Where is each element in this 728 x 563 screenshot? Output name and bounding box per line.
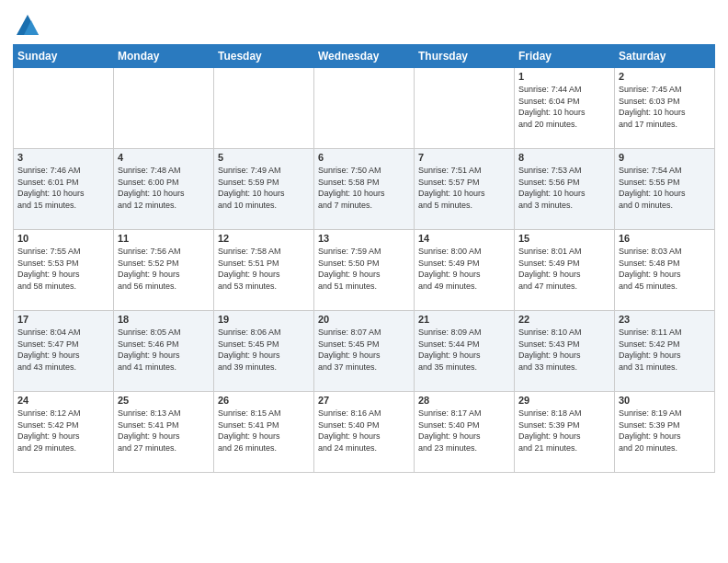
day-number: 16	[619, 233, 711, 244]
day-info: Sunrise: 8:13 AM Sunset: 5:41 PM Dayligh…	[118, 408, 210, 454]
day-cell: 17Sunrise: 8:04 AM Sunset: 5:47 PM Dayli…	[14, 311, 114, 392]
day-number: 12	[218, 233, 310, 244]
weekday-header-sunday: Sunday	[14, 45, 114, 68]
day-cell	[114, 68, 214, 149]
day-number: 8	[518, 152, 610, 163]
day-number: 14	[418, 233, 510, 244]
weekday-header-friday: Friday	[515, 45, 615, 68]
day-cell: 24Sunrise: 8:12 AM Sunset: 5:42 PM Dayli…	[14, 392, 114, 473]
day-cell: 21Sunrise: 8:09 AM Sunset: 5:44 PM Dayli…	[415, 311, 515, 392]
day-cell: 14Sunrise: 8:00 AM Sunset: 5:49 PM Dayli…	[415, 230, 515, 311]
day-number: 19	[218, 314, 310, 325]
logo-icon	[15, 13, 40, 39]
day-number: 6	[318, 152, 410, 163]
day-cell: 5Sunrise: 7:49 AM Sunset: 5:59 PM Daylig…	[214, 149, 314, 230]
day-number: 17	[17, 314, 109, 325]
day-number: 5	[218, 152, 310, 163]
day-info: Sunrise: 8:06 AM Sunset: 5:45 PM Dayligh…	[218, 327, 310, 373]
weekday-header-monday: Monday	[114, 45, 214, 68]
day-cell	[14, 68, 114, 149]
weekday-header-row: SundayMondayTuesdayWednesdayThursdayFrid…	[14, 45, 715, 68]
day-number: 22	[518, 314, 610, 325]
day-info: Sunrise: 7:55 AM Sunset: 5:53 PM Dayligh…	[17, 246, 109, 292]
day-number: 28	[418, 395, 510, 406]
day-number: 9	[619, 152, 711, 163]
day-info: Sunrise: 8:11 AM Sunset: 5:42 PM Dayligh…	[619, 327, 711, 373]
day-number: 26	[218, 395, 310, 406]
day-info: Sunrise: 8:00 AM Sunset: 5:49 PM Dayligh…	[418, 246, 510, 292]
day-info: Sunrise: 8:05 AM Sunset: 5:46 PM Dayligh…	[118, 327, 210, 373]
day-info: Sunrise: 7:49 AM Sunset: 5:59 PM Dayligh…	[218, 165, 310, 211]
day-cell: 1Sunrise: 7:44 AM Sunset: 6:04 PM Daylig…	[515, 68, 615, 149]
day-number: 23	[619, 314, 711, 325]
day-info: Sunrise: 8:15 AM Sunset: 5:41 PM Dayligh…	[218, 408, 310, 454]
week-row-3: 10Sunrise: 7:55 AM Sunset: 5:53 PM Dayli…	[14, 230, 715, 311]
week-row-5: 24Sunrise: 8:12 AM Sunset: 5:42 PM Dayli…	[14, 392, 715, 473]
day-cell: 27Sunrise: 8:16 AM Sunset: 5:40 PM Dayli…	[314, 392, 415, 473]
logo	[13, 13, 40, 39]
day-info: Sunrise: 8:10 AM Sunset: 5:43 PM Dayligh…	[518, 327, 610, 373]
week-row-4: 17Sunrise: 8:04 AM Sunset: 5:47 PM Dayli…	[14, 311, 715, 392]
day-number: 15	[518, 233, 610, 244]
day-number: 30	[619, 395, 711, 406]
day-number: 1	[518, 71, 610, 82]
day-info: Sunrise: 7:56 AM Sunset: 5:52 PM Dayligh…	[118, 246, 210, 292]
day-cell: 25Sunrise: 8:13 AM Sunset: 5:41 PM Dayli…	[114, 392, 214, 473]
header	[13, 9, 715, 39]
weekday-header-tuesday: Tuesday	[214, 45, 314, 68]
day-cell: 13Sunrise: 7:59 AM Sunset: 5:50 PM Dayli…	[314, 230, 415, 311]
day-info: Sunrise: 8:19 AM Sunset: 5:39 PM Dayligh…	[619, 408, 711, 454]
day-number: 27	[318, 395, 410, 406]
day-info: Sunrise: 8:16 AM Sunset: 5:40 PM Dayligh…	[318, 408, 410, 454]
calendar: SundayMondayTuesdayWednesdayThursdayFrid…	[13, 44, 715, 473]
day-cell: 2Sunrise: 7:45 AM Sunset: 6:03 PM Daylig…	[615, 68, 715, 149]
day-cell: 11Sunrise: 7:56 AM Sunset: 5:52 PM Dayli…	[114, 230, 214, 311]
page: SundayMondayTuesdayWednesdayThursdayFrid…	[0, 0, 728, 478]
day-cell: 9Sunrise: 7:54 AM Sunset: 5:55 PM Daylig…	[615, 149, 715, 230]
day-info: Sunrise: 8:04 AM Sunset: 5:47 PM Dayligh…	[17, 327, 109, 373]
day-info: Sunrise: 7:45 AM Sunset: 6:03 PM Dayligh…	[619, 84, 711, 130]
day-number: 25	[118, 395, 210, 406]
day-number: 21	[418, 314, 510, 325]
day-cell: 12Sunrise: 7:58 AM Sunset: 5:51 PM Dayli…	[214, 230, 314, 311]
day-cell	[314, 68, 415, 149]
day-info: Sunrise: 7:59 AM Sunset: 5:50 PM Dayligh…	[318, 246, 410, 292]
day-cell: 29Sunrise: 8:18 AM Sunset: 5:39 PM Dayli…	[515, 392, 615, 473]
day-cell: 6Sunrise: 7:50 AM Sunset: 5:58 PM Daylig…	[314, 149, 415, 230]
day-number: 3	[17, 152, 109, 163]
day-number: 24	[17, 395, 109, 406]
day-number: 4	[118, 152, 210, 163]
day-cell	[214, 68, 314, 149]
day-cell: 18Sunrise: 8:05 AM Sunset: 5:46 PM Dayli…	[114, 311, 214, 392]
day-number: 29	[518, 395, 610, 406]
day-cell: 15Sunrise: 8:01 AM Sunset: 5:49 PM Dayli…	[515, 230, 615, 311]
day-info: Sunrise: 7:44 AM Sunset: 6:04 PM Dayligh…	[518, 84, 610, 130]
day-info: Sunrise: 7:53 AM Sunset: 5:56 PM Dayligh…	[518, 165, 610, 211]
day-info: Sunrise: 8:18 AM Sunset: 5:39 PM Dayligh…	[518, 408, 610, 454]
day-info: Sunrise: 7:48 AM Sunset: 6:00 PM Dayligh…	[118, 165, 210, 211]
day-number: 10	[17, 233, 109, 244]
day-info: Sunrise: 8:01 AM Sunset: 5:49 PM Dayligh…	[518, 246, 610, 292]
day-number: 11	[118, 233, 210, 244]
weekday-header-saturday: Saturday	[615, 45, 715, 68]
day-info: Sunrise: 7:50 AM Sunset: 5:58 PM Dayligh…	[318, 165, 410, 211]
day-cell: 20Sunrise: 8:07 AM Sunset: 5:45 PM Dayli…	[314, 311, 415, 392]
day-cell: 26Sunrise: 8:15 AM Sunset: 5:41 PM Dayli…	[214, 392, 314, 473]
day-cell	[415, 68, 515, 149]
day-info: Sunrise: 8:03 AM Sunset: 5:48 PM Dayligh…	[619, 246, 711, 292]
day-cell: 10Sunrise: 7:55 AM Sunset: 5:53 PM Dayli…	[14, 230, 114, 311]
day-cell: 3Sunrise: 7:46 AM Sunset: 6:01 PM Daylig…	[14, 149, 114, 230]
day-cell: 7Sunrise: 7:51 AM Sunset: 5:57 PM Daylig…	[415, 149, 515, 230]
day-cell: 16Sunrise: 8:03 AM Sunset: 5:48 PM Dayli…	[615, 230, 715, 311]
day-cell: 22Sunrise: 8:10 AM Sunset: 5:43 PM Dayli…	[515, 311, 615, 392]
day-info: Sunrise: 7:46 AM Sunset: 6:01 PM Dayligh…	[17, 165, 109, 211]
day-number: 18	[118, 314, 210, 325]
day-cell: 23Sunrise: 8:11 AM Sunset: 5:42 PM Dayli…	[615, 311, 715, 392]
day-info: Sunrise: 7:58 AM Sunset: 5:51 PM Dayligh…	[218, 246, 310, 292]
day-info: Sunrise: 7:51 AM Sunset: 5:57 PM Dayligh…	[418, 165, 510, 211]
day-cell: 8Sunrise: 7:53 AM Sunset: 5:56 PM Daylig…	[515, 149, 615, 230]
day-cell: 30Sunrise: 8:19 AM Sunset: 5:39 PM Dayli…	[615, 392, 715, 473]
day-info: Sunrise: 8:17 AM Sunset: 5:40 PM Dayligh…	[418, 408, 510, 454]
day-number: 13	[318, 233, 410, 244]
day-number: 7	[418, 152, 510, 163]
